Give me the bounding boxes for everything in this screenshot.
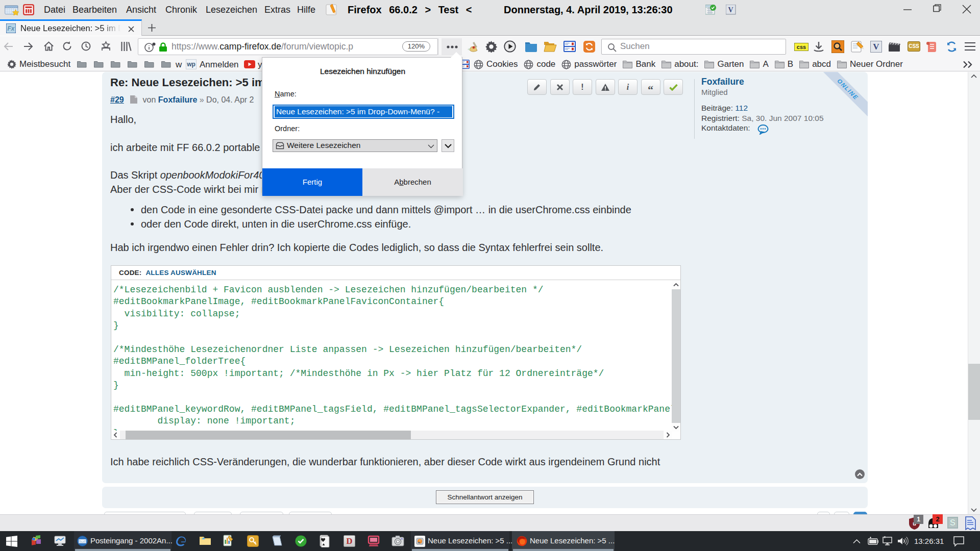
- svg-text:Fx: Fx: [7, 25, 15, 32]
- svg-text:V: V: [728, 6, 733, 14]
